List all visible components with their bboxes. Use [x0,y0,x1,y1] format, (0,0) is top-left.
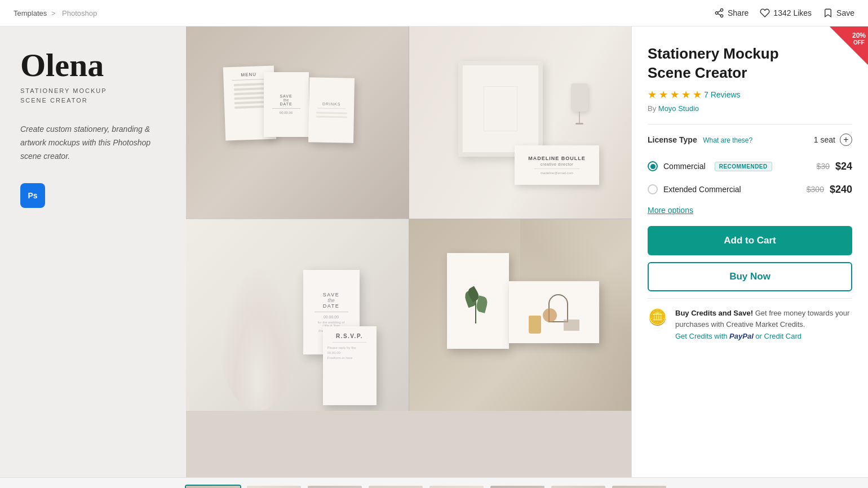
author-link[interactable]: Moyo Studio [658,104,699,113]
thumb-8[interactable] [611,485,667,488]
by-line: By Moyo Studio [648,104,852,113]
thumb-5[interactable] [428,485,485,488]
discount-percent: 20% [852,32,866,39]
radio-commercial[interactable] [648,161,658,171]
extended-price-original: $300 [807,185,824,194]
thumb-2[interactable] [246,485,302,488]
license-option-commercial-left: Commercial RECOMMENDED [648,161,772,171]
bookmark-icon [823,8,833,18]
software-badge: Ps [20,183,45,208]
thumb-img-2 [247,486,301,488]
main-image: MENU SAVE the [186,26,631,477]
left-panel: Olena STATIONERY MOCKUP SCENE CREATOR Cr… [0,26,186,477]
thumb-img-4 [369,486,423,488]
license-label: License Type [648,135,697,144]
share-icon [714,8,724,18]
star-3: ★ [670,88,679,101]
thumb-img-5 [429,486,484,488]
add-to-cart-button[interactable]: Add to Cart [648,226,852,255]
product-name-large: Olena STATIONERY MOCKUP SCENE CREATOR [20,49,166,105]
credits-headline: Buy Credits and Save! [675,309,753,317]
recommended-badge: RECOMMENDED [715,162,772,171]
license-type-row: License Type What are these? 1 seat + [648,134,852,146]
breadcrumb-photoshop: Photoshop [62,9,97,17]
breadcrumb-separator: > [51,9,57,17]
license-label-group: License Type What are these? [648,135,752,145]
scene-bottom-left: SAVE the DATE 00.00.00 for the wedding o… [186,219,409,411]
thumbnails-bar: Olena › Show More [0,477,868,488]
save-button[interactable]: Save [823,8,854,18]
license-option-extended[interactable]: Extended Commercial $300 $240 [648,178,852,201]
top-actions: Share 1342 Likes Save [714,8,854,18]
stars-row: ★ ★ ★ ★ ★ 7 Reviews [648,88,852,101]
credits-cta-link[interactable]: Get Credits with PayPal or Credit Card [675,332,801,340]
star-5: ★ [693,88,702,101]
product-title: Stationery Mockup Scene Creator [648,45,852,83]
more-options-link[interactable]: More options [648,206,693,215]
commercial-price-discounted: $24 [835,161,852,172]
likes-button[interactable]: 1342 Likes [760,8,812,18]
seat-plus-button[interactable]: + [840,134,852,146]
main-layout: Olena STATIONERY MOCKUP SCENE CREATOR Cr… [0,26,868,477]
product-subtitle: STATIONERY MOCKUP SCENE CREATOR [20,86,166,105]
divider-1 [648,124,852,125]
svg-line-3 [718,14,720,15]
seat-count: 1 seat [814,135,835,144]
radio-dot-commercial [650,164,656,169]
thumb-img-8 [612,486,666,488]
scene-top-right: MADELINE BOULLE creative director madeli… [409,26,631,219]
thumb-img-6 [490,486,544,488]
buy-now-button[interactable]: Buy Now [648,262,852,291]
likes-count: 1342 Likes [773,8,812,17]
thumb-7[interactable] [550,485,606,488]
svg-point-1 [715,12,718,15]
what-are-these-link[interactable]: What are these? [703,136,752,144]
reviews-link[interactable]: 7 Reviews [704,90,741,99]
product-description: Create custom stationery, branding & art… [20,123,166,163]
scene-wrapper: MENU SAVE the [186,26,631,477]
license-option-extended-left: Extended Commercial [648,184,741,194]
svg-point-2 [720,15,723,17]
svg-line-4 [718,11,720,12]
license-extended-name: Extended Commercial [663,185,741,194]
top-bar: Templates > Photoshop Share 1342 Likes S… [0,0,868,26]
thumb-img-7 [551,486,605,488]
save-label: Save [836,8,854,17]
thumb-4[interactable] [367,485,424,488]
thumb-3[interactable] [307,485,363,488]
thumb-1[interactable]: Olena [185,485,241,488]
by-label: By [648,104,656,113]
breadcrumb-templates[interactable]: Templates [14,9,47,17]
credits-text: Buy Credits and Save! Get free money tow… [675,308,852,343]
svg-point-0 [720,9,723,12]
discount-off: OFF [852,39,866,46]
credits-icon: 🪙 [648,308,667,326]
star-4: ★ [681,88,690,101]
extended-prices: $300 $240 [807,184,852,196]
thumb-img-3 [308,486,362,488]
star-1: ★ [648,88,657,101]
product-name-text: Olena [20,49,166,82]
radio-extended[interactable] [648,184,658,194]
scene-top-left: MENU SAVE the [186,26,409,219]
heart-icon [760,8,770,18]
scene-bottom-right [409,219,631,411]
share-label: Share [728,8,749,17]
right-panel: 20% OFF Stationery Mockup Scene Creator … [631,26,868,477]
credits-section: 🪙 Buy Credits and Save! Get free money t… [648,298,852,352]
commercial-price-original: $30 [817,162,830,171]
seat-control: 1 seat + [814,134,852,146]
license-commercial-name: Commercial [663,162,706,171]
extended-price-discounted: $240 [830,184,852,196]
thumb-img-1: Olena [186,486,240,488]
thumb-6[interactable] [489,485,546,488]
breadcrumb: Templates > Photoshop [14,9,99,17]
paypal-text: PayPal [729,332,754,340]
license-option-commercial[interactable]: Commercial RECOMMENDED $30 $24 [648,155,852,178]
star-2: ★ [659,88,668,101]
commercial-prices: $30 $24 [817,161,852,172]
share-button[interactable]: Share [714,8,749,18]
